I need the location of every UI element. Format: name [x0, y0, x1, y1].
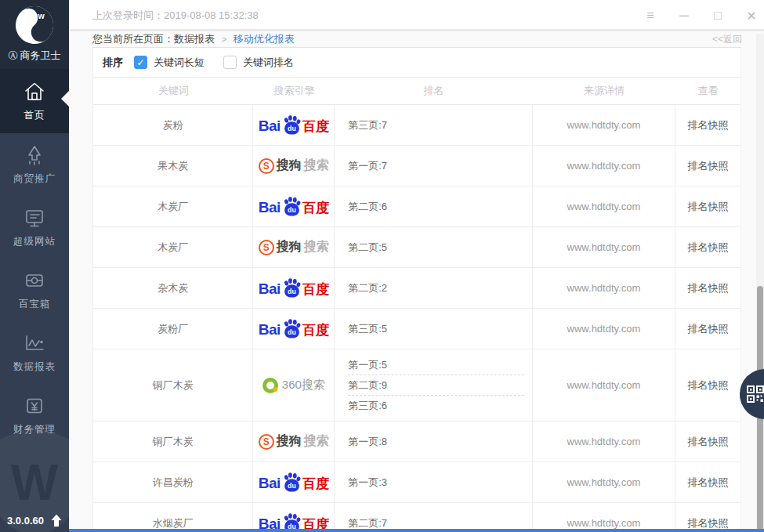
sogou-s-icon: S — [259, 434, 274, 450]
rank-cell: 第二页:5 — [335, 227, 532, 267]
baidu-logo: Bai du 百度 — [259, 472, 329, 493]
rank-snapshot-link[interactable]: 排名快照 — [688, 159, 729, 173]
rank-cell: 第一页:7 — [335, 146, 532, 186]
sidebar-item-finance[interactable]: 财务管理 — [0, 384, 69, 447]
sidebar-item-label: 百宝箱 — [19, 298, 51, 311]
minimize-icon[interactable]: ─ — [678, 9, 690, 23]
source-cell: www.hdtdty.com — [533, 146, 676, 186]
menu-icon[interactable]: ≡ — [644, 9, 657, 23]
keyword-cell: 果木炭 — [93, 146, 253, 186]
maximize-icon[interactable]: □ — [711, 9, 724, 23]
version-number: 3.0.0.60 — [7, 515, 44, 527]
rank-snapshot-link[interactable]: 排名快照 — [688, 516, 729, 530]
sort-label: 排序 — [103, 56, 123, 70]
titlebar: 上次登录时间：2019-08-08 15:32:38 ≡ ─ □ ✕ — [69, 0, 764, 31]
rank-value: 第二页:5 — [348, 237, 523, 257]
rank-snapshot-link[interactable]: 排名快照 — [688, 241, 729, 255]
svg-text:du: du — [288, 125, 296, 132]
rank-value: 第二页:6 — [348, 197, 523, 216]
header-view: 查看 — [675, 84, 740, 98]
baidu-logo: Bai du 百度 — [259, 196, 329, 217]
breadcrumb-current-link[interactable]: 移动优化报表 — [234, 33, 295, 45]
keyword-cell: 许昌炭粉 — [93, 462, 253, 502]
engine-cell: S 搜狗 搜索 — [253, 422, 335, 461]
close-icon[interactable]: ✕ — [745, 9, 758, 24]
sort-option-keyword-length[interactable]: 关键词长短 — [134, 56, 205, 70]
source-cell: www.hdtdty.com — [533, 422, 676, 461]
brand-name: 商务卫士 — [20, 49, 61, 63]
source-cell: www.hdtdty.com — [533, 503, 676, 532]
keyword-cell: 木炭厂 — [93, 227, 253, 267]
rank-value: 第二页:9 — [348, 375, 523, 396]
sort-option-keyword-rank[interactable]: 关键词排名 — [223, 56, 294, 70]
rank-cell: 第一页:5第二页:9第三页:6 — [335, 349, 532, 421]
header-rank: 排名 — [335, 84, 532, 98]
sidebar-item-promotion[interactable]: 商贸推广 — [0, 133, 69, 196]
header-engine: 搜索引擎 — [254, 84, 335, 98]
table-row: 果木炭 S 搜狗 搜索 第一页:7 www.hdtdty.com 排名快照 — [93, 146, 740, 186]
last-login-time: 上次登录时间：2019-08-08 15:32:38 — [92, 0, 259, 31]
rank-snapshot-link[interactable]: 排名快照 — [688, 476, 729, 490]
back-link[interactable]: <<返回 — [712, 31, 742, 47]
toolbox-icon — [23, 269, 46, 292]
view-cell: 排名快照 — [675, 309, 740, 349]
report-icon — [23, 331, 46, 355]
keyword-cell: 杂木炭 — [93, 268, 253, 308]
rank-cell: 第二页:7 — [335, 503, 532, 532]
view-cell: 排名快照 — [675, 422, 740, 461]
sidebar-item-label: 数据报表 — [13, 360, 56, 374]
keyword-cell: 水烟炭厂 — [93, 503, 253, 532]
view-cell: 排名快照 — [675, 186, 740, 226]
rank-cell: 第二页:6 — [335, 186, 532, 226]
rank-snapshot-link[interactable]: 排名快照 — [688, 322, 729, 336]
update-arrow-icon[interactable] — [51, 514, 62, 527]
sogou-logo: S 搜狗 搜索 — [259, 157, 329, 174]
bottom-progress-bar — [69, 529, 764, 532]
sidebar-item-label: 首页 — [24, 109, 45, 122]
sidebar-item-reports[interactable]: 数据报表 — [0, 321, 69, 384]
baidu-logo: Bai du 百度 — [259, 114, 329, 136]
rank-cell: 第三页:5 — [335, 309, 532, 349]
table-row: 木炭厂 Bai du 百度 第二页:6 www.hdtdty.com 排名快照 — [93, 186, 740, 227]
engine-cell: Bai du 百度 — [253, 186, 335, 226]
checkbox-unchecked-icon[interactable] — [223, 56, 237, 69]
checkbox-checked-icon[interactable] — [134, 56, 147, 69]
rank-snapshot-link[interactable]: 排名快照 — [688, 118, 729, 132]
sidebar-item-website[interactable]: 超级网站 — [0, 196, 69, 259]
breadcrumb-prefix: 您当前所在页面： — [92, 33, 174, 45]
sidebar-item-home[interactable]: 首页 — [0, 69, 69, 133]
home-icon — [23, 80, 46, 103]
svg-text:du: du — [288, 206, 296, 214]
table-row: 炭粉厂 Bai du 百度 第三页:5 www.hdtdty.com 排名快照 — [93, 309, 740, 349]
rank-snapshot-link[interactable]: 排名快照 — [688, 200, 729, 214]
rank-snapshot-link[interactable]: 排名快照 — [688, 435, 729, 449]
qr-code-icon — [747, 385, 764, 403]
sidebar-item-toolbox[interactable]: 百宝箱 — [0, 259, 69, 321]
table-row: 铜厂木炭 360搜索 第一页:5第二页:9第三页:6 www.hdtdty.co… — [93, 349, 740, 422]
active-notch — [61, 91, 69, 107]
baidu-logo: Bai du 百度 — [259, 318, 329, 339]
view-cell: 排名快照 — [675, 349, 740, 421]
baidu-paw-icon: du — [281, 277, 302, 299]
breadcrumb: 您当前所在页面：数据报表 > 移动优化报表 <<返回 — [69, 31, 764, 47]
engine-cell: S 搜狗 搜索 — [253, 146, 335, 186]
rank-value: 第一页:5 — [348, 355, 523, 375]
svg-text:w: w — [38, 11, 45, 20]
engine-cell: Bai du 百度 — [253, 105, 335, 145]
svg-text:W: W — [11, 454, 59, 511]
baidu-paw-icon: du — [281, 318, 302, 339]
source-cell: www.hdtdty.com — [533, 227, 676, 267]
rank-snapshot-link[interactable]: 排名快照 — [688, 281, 729, 295]
rank-snapshot-link[interactable]: 排名快照 — [688, 378, 729, 393]
scrollbar-track[interactable] — [756, 34, 764, 532]
source-cell: www.hdtdty.com — [533, 309, 676, 349]
header-keyword: 关键词 — [93, 84, 254, 98]
sort-row: 排序 关键词长短 关键词排名 — [93, 48, 740, 77]
ranking-table: 关键词 搜索引擎 排名 来源详情 查看 炭粉 Bai du 百度 第三页:7 w… — [93, 77, 740, 532]
sidebar-item-label: 财务管理 — [13, 423, 56, 436]
source-cell: www.hdtdty.com — [533, 349, 676, 421]
view-cell: 排名快照 — [675, 462, 740, 502]
svg-text:du: du — [288, 482, 296, 490]
baidu-paw-icon: du — [281, 472, 302, 493]
keyword-cell: 铜厂木炭 — [93, 422, 253, 461]
